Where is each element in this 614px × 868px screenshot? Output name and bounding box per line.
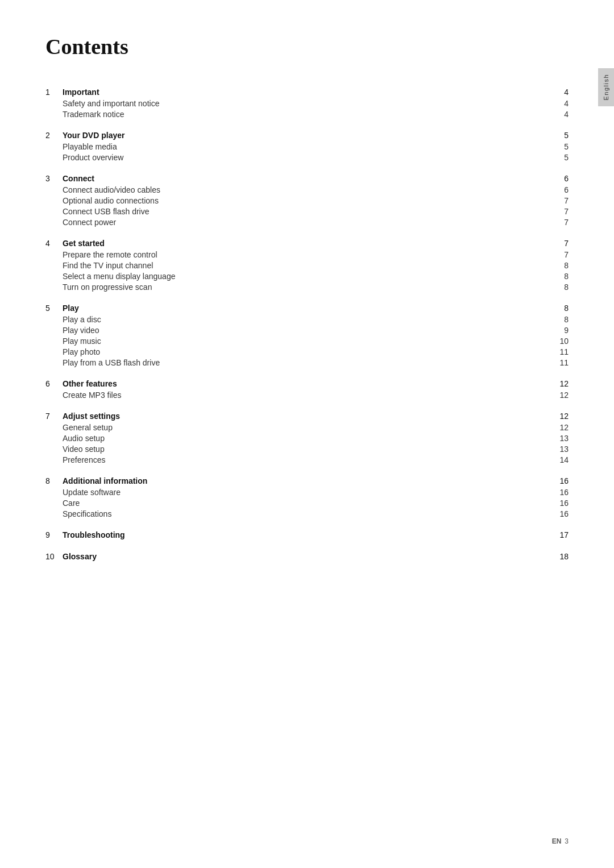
sub-page: 13 — [557, 445, 569, 454]
sub-title: Play a disc — [63, 315, 101, 324]
sub-title: Play video — [63, 326, 99, 335]
section-content: Connect6 — [63, 174, 569, 183]
sub-title: Prepare the remote control — [63, 250, 157, 259]
sub-content: Connect USB flash drive7 — [63, 207, 569, 216]
sub-page: 7 — [557, 196, 569, 205]
section-title: Additional information — [63, 476, 551, 485]
section-page: 5 — [557, 131, 569, 140]
toc-section-1: 1Important4Safety and important notice4T… — [45, 82, 569, 125]
section-num: 9 — [45, 530, 63, 539]
sub-row: Audio setup13 — [45, 433, 569, 443]
sub-title: Update software — [63, 488, 121, 497]
sub-title: Turn on progressive scan — [63, 283, 152, 292]
sub-content: Audio setup13 — [63, 434, 569, 443]
sub-row: Create MP3 files12 — [45, 389, 569, 400]
sub-row: Turn on progressive scan8 — [45, 281, 569, 292]
section-content: Your DVD player5 — [63, 131, 569, 140]
sub-content: Connect audio/video cables6 — [63, 185, 569, 194]
sub-title: Video setup — [63, 445, 105, 454]
section-title: Get started — [63, 239, 551, 248]
section-page: 4 — [557, 88, 569, 97]
sub-page: 16 — [557, 509, 569, 518]
sub-page: 10 — [557, 337, 569, 346]
toc-section-8: 8Additional information16Update software… — [45, 471, 569, 525]
section-page: 16 — [557, 476, 569, 485]
sub-page: 7 — [557, 207, 569, 216]
footer-page: 3 — [565, 837, 569, 845]
section-title: Adjust settings — [63, 412, 551, 421]
section-num: 5 — [45, 304, 63, 313]
section-page: 18 — [557, 552, 569, 561]
sub-content: Select a menu display language8 — [63, 272, 569, 281]
section-header-row: 10Glossary18 — [45, 546, 569, 562]
sub-page: 8 — [557, 283, 569, 292]
sub-title: Connect USB flash drive — [63, 207, 150, 216]
section-content: Important4 — [63, 88, 569, 97]
section-header-row: 2Your DVD player5 — [45, 125, 569, 141]
sub-content: Prepare the remote control7 — [63, 250, 569, 259]
sub-page: 9 — [557, 326, 569, 335]
sub-row: General setup12 — [45, 422, 569, 433]
sub-content: Optional audio connections7 — [63, 196, 569, 205]
toc-section-5: 5Play8Play a disc8Play video9Play music1… — [45, 298, 569, 373]
sub-page: 5 — [557, 153, 569, 162]
section-num: 8 — [45, 476, 63, 485]
sub-title: Connect power — [63, 218, 116, 227]
sub-content: Trademark notice4 — [63, 110, 569, 119]
sub-page: 13 — [557, 434, 569, 443]
section-num: 1 — [45, 88, 63, 97]
sub-row: Connect power7 — [45, 217, 569, 227]
sub-row: Play a disc8 — [45, 314, 569, 325]
section-num: 4 — [45, 239, 63, 248]
sub-content: Product overview5 — [63, 153, 569, 162]
sub-content: General setup12 — [63, 423, 569, 432]
sub-page: 11 — [557, 358, 569, 367]
sub-content: Find the TV input channel8 — [63, 261, 569, 270]
sub-page: 4 — [557, 99, 569, 108]
section-num: 6 — [45, 379, 63, 388]
section-page: 8 — [557, 304, 569, 313]
section-header-row: 7Adjust settings12 — [45, 406, 569, 422]
footer-lang: EN — [552, 837, 562, 845]
sub-row: Video setup13 — [45, 443, 569, 454]
toc-section-10: 10Glossary18 — [45, 546, 569, 568]
sub-content: Video setup13 — [63, 445, 569, 454]
sub-row: Care16 — [45, 497, 569, 508]
sub-row: Specifications16 — [45, 508, 569, 519]
sub-content: Play a disc8 — [63, 315, 569, 324]
section-num: 3 — [45, 174, 63, 183]
side-tab: English — [598, 68, 614, 106]
section-content: Adjust settings12 — [63, 412, 569, 421]
section-title: Glossary — [63, 552, 551, 561]
sub-row: Playable media5 — [45, 141, 569, 152]
sub-row: Play video9 — [45, 325, 569, 335]
sub-content: Preferences14 — [63, 455, 569, 464]
sub-page: 8 — [557, 315, 569, 324]
sub-row: Update software16 — [45, 487, 569, 497]
section-header-row: 4Get started7 — [45, 233, 569, 249]
section-content: Glossary18 — [63, 552, 569, 561]
section-title: Your DVD player — [63, 131, 551, 140]
sub-page: 14 — [557, 455, 569, 464]
sub-page: 12 — [557, 423, 569, 432]
footer: EN 3 — [552, 837, 569, 845]
sub-row: Select a menu display language8 — [45, 271, 569, 281]
section-page: 7 — [557, 239, 569, 248]
sub-page: 12 — [557, 391, 569, 400]
section-content: Other features12 — [63, 379, 569, 388]
sub-title: Trademark notice — [63, 110, 124, 119]
sub-row: Play photo11 — [45, 346, 569, 357]
sub-row: Connect USB flash drive7 — [45, 206, 569, 217]
sub-title: Preferences — [63, 455, 105, 464]
section-title: Play — [63, 304, 551, 313]
sub-page: 11 — [557, 347, 569, 356]
section-header-row: 1Important4 — [45, 82, 569, 98]
toc-section-4: 4Get started7Prepare the remote control7… — [45, 233, 569, 298]
sub-content: Care16 — [63, 499, 569, 508]
sub-title: Play music — [63, 337, 101, 346]
toc-section-9: 9Troubleshooting17 — [45, 525, 569, 546]
sub-content: Play from a USB flash drive11 — [63, 358, 569, 367]
sub-content: Turn on progressive scan8 — [63, 283, 569, 292]
sub-page: 7 — [557, 250, 569, 259]
sub-title: Product overview — [63, 153, 123, 162]
